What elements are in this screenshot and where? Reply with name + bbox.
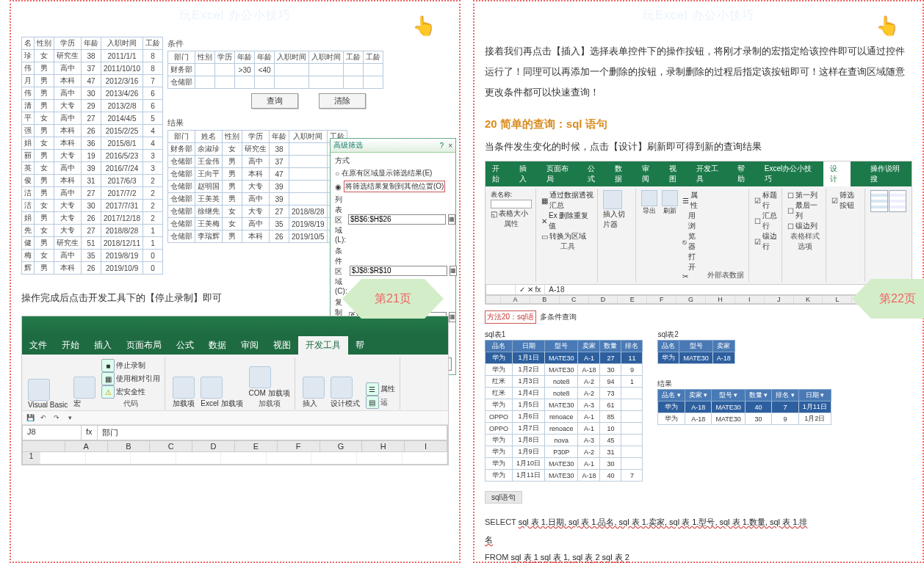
header-row-check[interactable]: ☑ 标题行 xyxy=(754,190,778,211)
macro-icon[interactable] xyxy=(73,377,95,399)
close-icon[interactable]: × xyxy=(448,142,452,150)
visual-basic-icon[interactable] xyxy=(28,379,50,401)
column-header[interactable]: C xyxy=(150,441,192,451)
save-icon[interactable]: 💾 xyxy=(25,413,35,423)
excel-addins-icon[interactable] xyxy=(201,377,223,399)
slicer-icon[interactable] xyxy=(603,190,622,209)
row-number[interactable]: 1 xyxy=(23,452,40,464)
run-dialog-button[interactable]: 运 xyxy=(380,397,388,407)
ribbon-tab[interactable]: 设计 xyxy=(823,161,851,186)
column-header[interactable]: C xyxy=(560,296,589,303)
column-header[interactable]: G xyxy=(320,441,363,451)
addins-button[interactable]: 加载项 xyxy=(173,399,195,409)
properties-icon[interactable]: ☰ xyxy=(366,382,379,396)
column-header[interactable]: I xyxy=(735,296,765,303)
ribbon-tab[interactable]: 开始 xyxy=(54,336,87,355)
ribbon-tab[interactable]: 帮助 xyxy=(731,161,758,186)
table-name-input[interactable] xyxy=(491,200,532,208)
column-header[interactable]: L xyxy=(823,296,852,303)
column-header[interactable]: D xyxy=(192,441,235,451)
excel-addins-button[interactable]: Excel 加载项 xyxy=(201,399,242,409)
ribbon-tab[interactable]: 数据 xyxy=(201,336,234,355)
fx-icon[interactable]: fx xyxy=(82,426,98,440)
range-picker-icon[interactable]: ▦ xyxy=(450,266,457,276)
export-icon[interactable] xyxy=(641,190,657,206)
ribbon-tab[interactable]: 开发工具 xyxy=(298,336,348,355)
ribbon-tab[interactable]: 审阅 xyxy=(234,336,266,355)
ribbon-tab[interactable]: 文件 xyxy=(22,336,54,355)
range-input[interactable] xyxy=(350,266,447,276)
name-box[interactable]: J8 xyxy=(23,426,82,440)
range-picker-icon[interactable]: ▦ xyxy=(449,312,456,322)
banded-cols-check[interactable]: ☐ 镶边列 xyxy=(787,221,822,231)
radio-icon[interactable]: ◉ xyxy=(335,183,342,191)
convert-range-button[interactable]: ▭ 转换为区域 xyxy=(541,231,593,241)
com-addins-button[interactable]: COM 加载项 xyxy=(249,388,290,399)
ribbon-tab[interactable]: 公式 xyxy=(581,161,608,186)
column-header[interactable]: B xyxy=(530,296,560,303)
stop-record-button[interactable]: 停止录制 xyxy=(116,360,145,371)
ribbon-tab[interactable]: 公式 xyxy=(169,336,201,355)
ribbon-tab[interactable]: 数据 xyxy=(608,161,635,186)
clear-button[interactable]: 清除 xyxy=(319,93,366,109)
visual-basic-button[interactable]: Visual Basic xyxy=(28,401,68,409)
open-browser-button[interactable]: ⎋ 用浏览器打开 xyxy=(682,211,701,272)
ribbon-tab[interactable]: 页面布局 xyxy=(540,161,581,186)
ribbon-tab[interactable]: 视图 xyxy=(663,161,690,186)
macro-security-button[interactable]: 宏安全性 xyxy=(116,387,145,397)
ribbon-tab[interactable]: 视图 xyxy=(266,336,298,355)
relative-ref-button[interactable]: 使用相对引用 xyxy=(116,374,160,384)
column-header[interactable] xyxy=(23,441,65,451)
range-picker-icon[interactable]: ▦ xyxy=(448,214,455,225)
qat-dropdown-icon[interactable]: ▾ xyxy=(65,413,75,423)
ribbon-tab[interactable]: Excel办公小技巧 xyxy=(758,161,823,186)
table-styles-gallery[interactable] xyxy=(870,190,906,212)
column-header[interactable]: D xyxy=(589,296,618,303)
opt-filter-inplace[interactable]: 在原有区域显示筛选结果(E) xyxy=(342,168,432,178)
filter-btn-check[interactable]: ☑ 筛选按钮 xyxy=(831,190,861,211)
fx-icon[interactable]: ✓ ✕ fx xyxy=(516,285,545,294)
addins-icon[interactable] xyxy=(173,377,195,399)
column-header[interactable]: E xyxy=(618,296,647,303)
refresh-icon[interactable] xyxy=(662,190,678,206)
column-header[interactable]: F xyxy=(278,441,320,451)
column-header[interactable]: G xyxy=(676,296,706,303)
redo-icon[interactable]: ↷ xyxy=(51,413,62,423)
column-header[interactable]: J xyxy=(765,296,794,303)
column-header[interactable]: B xyxy=(108,441,151,451)
column-header[interactable]: A xyxy=(501,296,530,303)
last-col-check[interactable]: ☐ 最后一列 xyxy=(787,200,822,221)
unlink-button[interactable]: ✂ xyxy=(682,272,701,280)
first-col-check[interactable]: ☐ 第一列 xyxy=(787,190,822,200)
column-header[interactable]: H xyxy=(362,441,405,451)
remove-dup-button[interactable]: ✕ Ex 删除重复值 xyxy=(541,211,593,231)
radio-icon[interactable]: ○ xyxy=(335,170,339,178)
stop-record-icon[interactable]: ■ xyxy=(101,359,115,372)
table-props-button[interactable]: ☰ 属性 xyxy=(682,190,701,211)
ribbon-tab[interactable]: 开发工具 xyxy=(690,161,731,186)
insert-slicer-button[interactable]: 插入切片器 xyxy=(603,209,632,230)
sql-statement-button[interactable]: sql语句 xyxy=(485,491,522,504)
macro-security-icon[interactable]: ⚠ xyxy=(101,385,115,399)
com-addins-icon[interactable] xyxy=(249,366,271,388)
insert-control-icon[interactable] xyxy=(303,377,325,399)
ribbon-tab[interactable]: 插入 xyxy=(513,161,540,186)
ribbon-tab[interactable] xyxy=(851,161,864,186)
column-header[interactable]: F xyxy=(647,296,676,303)
query-button[interactable]: 查询 xyxy=(251,93,298,109)
insert-control-button[interactable]: 插入 xyxy=(303,399,325,409)
name-box[interactable] xyxy=(486,285,516,294)
summarize-pivot-button[interactable]: ▦ 通过数据透视汇总 xyxy=(541,190,593,211)
formula-input[interactable]: 部门 xyxy=(98,426,447,440)
total-row-check[interactable]: ☐ 汇总行 xyxy=(754,211,778,231)
ribbon-tab[interactable]: 插入 xyxy=(87,336,119,355)
column-header[interactable]: K xyxy=(794,296,823,303)
ribbon-tab[interactable]: 页面布局 xyxy=(119,336,169,355)
design-mode-icon[interactable] xyxy=(331,377,353,399)
resize-table-button[interactable]: ◱ 表格大小 xyxy=(491,208,532,219)
ribbon-tab[interactable]: 操作说明搜 xyxy=(864,161,912,186)
column-header[interactable]: I xyxy=(405,441,447,451)
properties-button[interactable]: 属性 xyxy=(380,384,395,394)
banded-rows-check[interactable]: ☑ 镶边行 xyxy=(754,231,778,252)
help-icon[interactable]: ? xyxy=(440,142,444,150)
